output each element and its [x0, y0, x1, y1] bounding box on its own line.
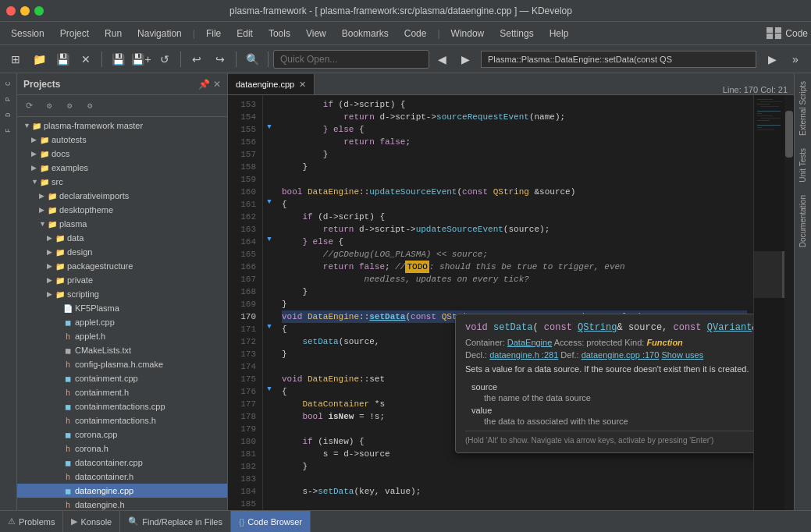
undo-button[interactable]: ↩ — [186, 48, 208, 70]
tree-containmentactions-cpp[interactable]: ◼ containmentactions.cpp — [17, 399, 227, 413]
tree-desktoptheme[interactable]: ▶ 📁 desktoptheme — [17, 203, 227, 217]
title-bar: plasma-framework - [ plasma-framework:sr… — [0, 0, 811, 22]
tree-declarativeimports[interactable]: ▶ 📁 declarativeimports — [17, 189, 227, 203]
menu-edit[interactable]: Edit — [229, 25, 261, 42]
tree-scripting[interactable]: ▶ 📁 scripting — [17, 287, 227, 301]
menu-file[interactable]: File — [198, 25, 229, 42]
save-button[interactable]: 💾 — [107, 48, 129, 70]
maximize-dot[interactable] — [34, 6, 44, 16]
tree-design[interactable]: ▶ 📁 design — [17, 245, 227, 259]
menu-run[interactable]: Run — [97, 25, 130, 42]
tree-packagestructure[interactable]: ▶ 📁 packagestructure — [17, 259, 227, 273]
tree-datacontainer-h[interactable]: h datacontainer.h — [17, 470, 227, 484]
tab-documentation[interactable]: Documentation — [797, 190, 809, 252]
konsole-label: Konsole — [80, 517, 112, 527]
tree-plasma[interactable]: ▼ 📁 plasma — [17, 217, 227, 231]
status-code-browser[interactable]: {} Code Browser — [231, 511, 311, 532]
search-button[interactable]: 🔍 — [241, 48, 263, 70]
new-button[interactable]: ⊞ — [5, 48, 27, 70]
cmake-label: CMakeLists.txt — [75, 346, 131, 355]
corona-cpp-label: corona.cpp — [75, 430, 117, 439]
tree-containment-h[interactable]: h containment.h — [17, 385, 227, 399]
panel-close-icon[interactable]: ✕ — [213, 79, 221, 90]
nav-forward-button[interactable]: ▶ — [454, 48, 476, 70]
tree-dataengine-cpp[interactable]: ◼ dataengine.cpp — [17, 484, 227, 498]
vertical-scrollbar[interactable] — [784, 95, 794, 510]
settings1-icon[interactable]: ⚙ — [41, 98, 58, 115]
tree-corona-h[interactable]: h corona.h — [17, 442, 227, 456]
svg-rect-13 — [754, 251, 784, 298]
redo-button[interactable]: ↪ — [209, 48, 231, 70]
desktop-arrow: ▶ — [39, 206, 47, 214]
svg-rect-2 — [760, 101, 782, 102]
revert-button[interactable]: ↺ — [154, 48, 176, 70]
script-arrow: ▶ — [47, 290, 55, 298]
filesystem-icon[interactable]: F — [2, 123, 16, 137]
classes-icon[interactable]: C — [2, 76, 16, 90]
menu-window[interactable]: Window — [443, 25, 493, 42]
menu-bookmarks[interactable]: Bookmarks — [334, 25, 397, 42]
tree-autotests[interactable]: ▶ 📁 autotests — [17, 133, 227, 147]
left-sidebar-icons: C P D F — [0, 73, 17, 510]
tree-data[interactable]: ▶ 📁 data — [17, 231, 227, 245]
menu-code[interactable]: Code — [397, 25, 435, 42]
code-content[interactable]: if (d->script) { return d->script->sourc… — [276, 95, 753, 510]
tree-private[interactable]: ▶ 📁 private — [17, 273, 227, 287]
breadcrumb-more-button[interactable]: » — [784, 48, 806, 70]
tree-applet-h[interactable]: h applet.h — [17, 329, 227, 343]
tree-applet-cpp[interactable]: ◼ applet.cpp — [17, 315, 227, 329]
menu-help[interactable]: Help — [542, 25, 577, 42]
ln-174: 174 — [228, 360, 262, 373]
tooltip-decl-link[interactable]: dataengine.h :281 — [489, 350, 558, 360]
tree-kf5plasma[interactable]: 📄 KF5Plasma — [17, 301, 227, 315]
status-findreplace[interactable]: 🔍 Find/Replace in Files — [120, 511, 231, 532]
kf5-label: KF5Plasma — [75, 303, 119, 313]
menu-view[interactable]: View — [298, 25, 334, 42]
projects-icon[interactable]: P — [2, 92, 16, 106]
status-konsole[interactable]: ▶ Konsole — [63, 511, 120, 532]
tree-datacontainer-cpp[interactable]: ◼ datacontainer.cpp — [17, 456, 227, 470]
ln-175: 175 — [228, 373, 262, 385]
tab-unit-tests[interactable]: Unit Tests — [797, 144, 809, 187]
tooltip-showuses-link[interactable]: Show uses — [661, 350, 703, 360]
close-button[interactable]: ✕ — [75, 48, 97, 70]
tree-cmakelists[interactable]: ◼ CMakeLists.txt — [17, 343, 227, 357]
minimap — [753, 95, 784, 510]
scroll-thumb[interactable] — [785, 111, 793, 158]
menu-navigation[interactable]: Navigation — [130, 25, 190, 42]
tree-examples[interactable]: ▶ 📁 examples — [17, 161, 227, 175]
sync-button[interactable]: ⟳ — [20, 98, 37, 115]
menu-tools[interactable]: Tools — [261, 25, 298, 42]
tab-external-scripts[interactable]: External Scripts — [797, 76, 809, 140]
documents-icon[interactable]: D — [2, 108, 16, 122]
menu-settings[interactable]: Settings — [492, 25, 541, 42]
save-all-button[interactable]: 💾+ — [130, 48, 152, 70]
status-problems[interactable]: ⚠ Problems — [0, 511, 63, 532]
quick-open-input[interactable] — [273, 50, 429, 69]
panel-pin-icon[interactable]: 📌 — [198, 79, 210, 90]
svg-rect-4 — [760, 106, 779, 107]
tooltip-container-link[interactable]: DataEngine — [507, 338, 553, 347]
close-dot[interactable] — [6, 6, 16, 16]
tab-dataengine-cpp[interactable]: dataengine.cpp ✕ — [228, 74, 315, 94]
breadcrumb-nav-button[interactable]: ▶ — [761, 48, 783, 70]
tree-corona-cpp[interactable]: ◼ corona.cpp — [17, 427, 227, 442]
settings2-icon[interactable]: ⚙ — [61, 98, 78, 115]
sep-4 — [268, 51, 269, 67]
nav-back-button[interactable]: ◀ — [431, 48, 453, 70]
tree-dataengine-h[interactable]: h dataengine.h — [17, 498, 227, 510]
minimize-dot[interactable] — [20, 6, 30, 16]
open-button[interactable]: 📁 — [28, 48, 50, 70]
menu-project[interactable]: Project — [52, 25, 97, 42]
tree-containment-cpp[interactable]: ◼ containment.cpp — [17, 371, 227, 385]
tree-containmentactions-h[interactable]: h containmentactions.h — [17, 413, 227, 427]
tree-src[interactable]: ▼ 📁 src — [17, 175, 227, 189]
tooltip-def-link[interactable]: dataengine.cpp :170 — [582, 350, 660, 360]
menu-session[interactable]: Session — [3, 25, 52, 42]
tree-config-plasma[interactable]: h config-plasma.h.cmake — [17, 357, 227, 371]
tab-close-icon[interactable]: ✕ — [299, 80, 306, 90]
tree-root[interactable]: ▼ 📁 plasma-framework master — [17, 119, 227, 133]
settings3-icon[interactable]: ⚙ — [81, 98, 98, 115]
tree-docs[interactable]: ▶ 📁 docs — [17, 147, 227, 161]
save-session-button[interactable]: 💾 — [52, 48, 73, 70]
